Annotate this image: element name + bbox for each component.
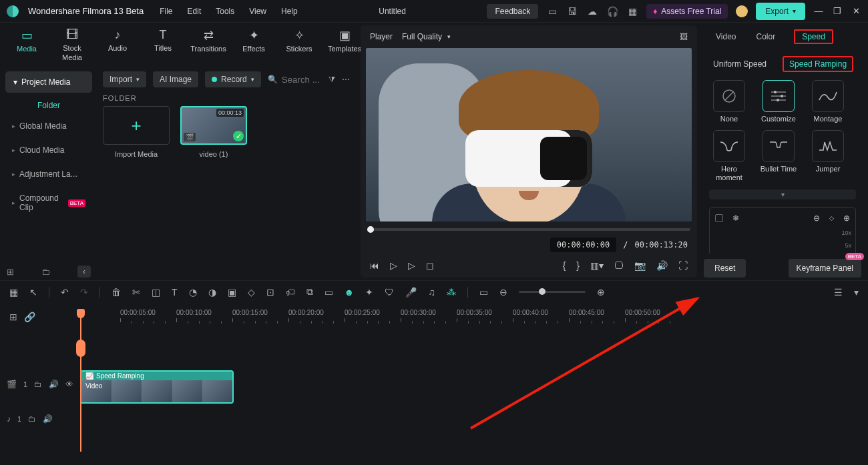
track-add-icon[interactable]: ⊞ xyxy=(9,312,17,322)
audio-track-icon[interactable]: ♪ xyxy=(7,414,11,424)
toggle-checkbox-icon[interactable] xyxy=(715,214,723,222)
menu-file[interactable]: File xyxy=(160,7,172,16)
collapse-sidebar-button[interactable]: ‹ xyxy=(77,266,91,278)
save-icon[interactable]: 🖫 xyxy=(566,6,578,17)
snapshot-icon[interactable]: 🖼 xyxy=(680,32,688,41)
undo-icon[interactable]: ↶ xyxy=(61,287,69,298)
link-icon[interactable]: ⧉ xyxy=(306,286,313,298)
menu-help[interactable]: Help xyxy=(281,7,298,16)
project-media-button[interactable]: ▾ Project Media xyxy=(5,71,92,93)
audio-track-mute-icon[interactable]: 🔊 xyxy=(43,414,53,424)
tab-video-props[interactable]: Video xyxy=(714,29,737,44)
subtab-uniform-speed[interactable]: Uniform Speed xyxy=(709,57,771,71)
tab-effects[interactable]: ✦Effects xyxy=(234,25,274,65)
preset-jumper[interactable]: Jumper xyxy=(808,130,848,182)
filter-icon[interactable]: ⧩ xyxy=(329,75,335,84)
subtab-speed-ramping[interactable]: Speed Ramping xyxy=(783,56,853,72)
device-icon[interactable]: ▭ xyxy=(546,6,558,17)
list-view-icon[interactable]: ☰ xyxy=(834,287,843,298)
face-icon[interactable]: ☻ xyxy=(345,287,355,298)
play-range-button[interactable]: ▷ xyxy=(408,260,415,271)
tab-stickers[interactable]: ✧Stickers xyxy=(279,25,319,65)
sidebar-global-media[interactable]: ▸Global Media xyxy=(5,115,92,137)
video-preview[interactable] xyxy=(366,48,692,221)
magnet-icon[interactable]: ▦ xyxy=(9,287,18,298)
close-button[interactable]: ✕ xyxy=(851,6,861,16)
scrub-bar[interactable] xyxy=(367,228,690,231)
group-icon[interactable]: ▭ xyxy=(324,287,333,298)
redo-icon[interactable]: ↷ xyxy=(80,287,88,298)
sidebar-cloud-media[interactable]: ▸Cloud Media xyxy=(5,139,92,161)
sparkle-icon[interactable]: ✦ xyxy=(365,287,373,298)
avatar-icon[interactable] xyxy=(736,5,748,17)
search-icon[interactable]: 🔍 xyxy=(268,75,278,84)
media-clip-card[interactable]: 00:00:13 🎬 ✓ video (1) xyxy=(180,106,247,158)
cut-icon[interactable]: ✄ xyxy=(132,287,140,298)
cloud-icon[interactable]: ☁ xyxy=(586,6,598,17)
tab-transitions[interactable]: ⇄Transitions xyxy=(188,25,228,65)
mark-in-icon[interactable]: { xyxy=(563,260,566,271)
keyframe-dot-icon[interactable]: ◇ xyxy=(829,215,834,221)
add-keyframe-icon[interactable]: ⊕ xyxy=(843,213,850,223)
folder-icon[interactable]: 🗀 xyxy=(41,267,50,277)
keyframe-panel-button[interactable]: Keyframe Panel BETA xyxy=(789,259,861,278)
tab-titles[interactable]: TTitles xyxy=(143,25,183,65)
reset-button[interactable]: Reset xyxy=(704,259,746,278)
speed-graph[interactable]: ❄ ⊖ ◇ ⊕ 10x 5x 1x 0.5x 0.1x xyxy=(709,207,856,254)
speed-tl-icon[interactable]: ◔ xyxy=(189,287,197,298)
zoom-out-icon[interactable]: ⊖ xyxy=(499,287,507,298)
track-eye-icon[interactable]: 👁 xyxy=(65,380,73,389)
ai-image-button[interactable]: AI Image xyxy=(153,71,198,87)
minimize-button[interactable]: — xyxy=(813,6,824,16)
menu-view[interactable]: View xyxy=(249,7,266,16)
sidebar-compound-clip[interactable]: ▸Compound ClipBETA xyxy=(5,187,92,218)
volume-icon[interactable]: 🔊 xyxy=(656,260,668,271)
keyframe-tl-icon[interactable]: ◇ xyxy=(248,287,255,298)
new-folder-icon[interactable]: ⊞ xyxy=(7,267,14,277)
import-dropdown[interactable]: Import▾ xyxy=(103,71,146,87)
play-button[interactable]: ▷ xyxy=(390,260,397,271)
mic-tl-icon[interactable]: 🎤 xyxy=(405,287,417,298)
marker-tl-icon[interactable]: ▭ xyxy=(479,287,488,298)
overlay-icon[interactable]: ▣ xyxy=(228,287,236,298)
zoom-slider[interactable] xyxy=(519,291,586,293)
feedback-button[interactable]: Feedback xyxy=(487,4,538,19)
tab-speed-props[interactable]: Speed xyxy=(794,29,833,44)
preset-montage[interactable]: Montage xyxy=(808,80,848,123)
track-link-icon[interactable]: 🔗 xyxy=(24,312,35,322)
shield-icon[interactable]: 🛡 xyxy=(385,287,394,298)
import-media-card[interactable]: + Import Media xyxy=(103,106,170,158)
tag-icon[interactable]: 🏷 xyxy=(286,287,295,298)
preset-none[interactable]: None xyxy=(709,80,749,123)
tab-audio[interactable]: ♪Audio xyxy=(97,25,138,65)
search-input[interactable] xyxy=(282,75,322,85)
headset-icon[interactable]: 🎧 xyxy=(606,6,618,17)
timeline-ruler[interactable]: 00:00:05:0000:00:10:0000:00:15:0000:00:2… xyxy=(80,309,868,332)
freeze-frame-icon[interactable]: ❄ xyxy=(732,213,739,223)
mark-out-icon[interactable]: } xyxy=(576,260,580,271)
display-icon[interactable]: 🖵 xyxy=(614,260,624,271)
aspect-icon[interactable]: ▥▾ xyxy=(590,260,604,271)
prev-frame-button[interactable]: ⏮ xyxy=(370,260,379,271)
assets-trial-button[interactable]: ♦ Assets Free Trial xyxy=(646,4,728,19)
track-mute-icon[interactable]: 🔊 xyxy=(49,380,59,389)
sidebar-adjustment-layer[interactable]: ▸Adjustment La... xyxy=(5,163,92,185)
grid-icon[interactable]: ▦ xyxy=(626,6,638,17)
menu-edit[interactable]: Edit xyxy=(188,7,202,16)
tab-templates[interactable]: ▣Templates xyxy=(324,25,365,65)
remove-keyframe-icon[interactable]: ⊖ xyxy=(813,213,820,223)
crop-icon[interactable]: ◫ xyxy=(152,287,160,298)
timeline-clip[interactable]: 📈Speed Ramping Video xyxy=(80,370,234,404)
record-dropdown[interactable]: Record▾ xyxy=(205,71,261,87)
fullscreen-icon[interactable]: ⛶ xyxy=(678,260,688,271)
preset-customize[interactable]: Customize xyxy=(758,80,799,123)
preset-hero-moment[interactable]: Hero moment xyxy=(709,130,749,182)
maximize-button[interactable]: ❐ xyxy=(832,6,843,16)
tab-media[interactable]: ▭Media xyxy=(7,25,47,65)
quality-dropdown[interactable]: Full Quality▾ xyxy=(402,32,451,41)
tab-stock-media[interactable]: 🎞Stock Media xyxy=(52,25,92,65)
audio-track-lock-icon[interactable]: 🗀 xyxy=(28,414,36,424)
video-track-icon[interactable]: 🎬 xyxy=(7,380,17,389)
text-icon[interactable]: T xyxy=(172,287,178,298)
menu-tools[interactable]: Tools xyxy=(216,7,234,16)
